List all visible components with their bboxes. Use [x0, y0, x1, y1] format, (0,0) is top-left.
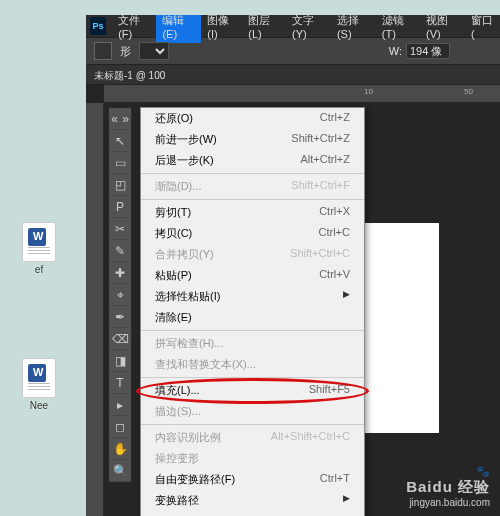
menu-item-label: 操控变形 [155, 451, 199, 466]
submenu-arrow-icon: ▶ [343, 493, 350, 508]
menu-separator [141, 377, 364, 378]
menu-item-label: 剪切(T) [155, 205, 191, 220]
paw-icon: 🐾 [406, 465, 490, 478]
menu-item-label: 自由变换路径(F) [155, 472, 235, 487]
menu-item[interactable]: 拷贝(C)Ctrl+C [141, 223, 364, 244]
ruler-mark: 10 [364, 87, 373, 96]
menu-item-shortcut: Ctrl+Z [320, 111, 350, 126]
marquee-tool[interactable]: ▭ [109, 152, 131, 174]
menu-item-shortcut: Shift+Ctrl+C [290, 247, 350, 262]
menu-item[interactable]: 变换路径▶ [141, 490, 364, 511]
menu-separator [141, 199, 364, 200]
menu-image[interactable]: 图像(I) [201, 15, 242, 43]
menu-item-label: 变换路径 [155, 493, 199, 508]
shape-mode-label: 形 [120, 44, 131, 59]
menu-item-shortcut: Shift+F5 [309, 383, 350, 398]
menu-item: 合并拷贝(Y)Shift+Ctrl+C [141, 244, 364, 265]
menu-item-label: 拷贝(C) [155, 226, 192, 241]
menu-layer[interactable]: 图层(L) [242, 15, 286, 43]
crop-tool[interactable]: ✂ [109, 218, 131, 240]
menu-file[interactable]: 文件(F) [112, 15, 156, 43]
move-tool[interactable]: ↖ [109, 130, 131, 152]
menu-item-label: 合并拷贝(Y) [155, 247, 214, 262]
edit-menu-dropdown: 还原(O)Ctrl+Z前进一步(W)Shift+Ctrl+Z后退一步(K)Alt… [140, 107, 365, 516]
pen-tool[interactable]: ▸ [109, 394, 131, 416]
menu-item[interactable]: 前进一步(W)Shift+Ctrl+Z [141, 129, 364, 150]
shape-mode-select[interactable] [139, 42, 169, 60]
menu-item: 描边(S)... [141, 401, 364, 422]
tool-preset-icon[interactable] [94, 42, 112, 60]
menu-item: 渐隐(D)...Shift+Ctrl+F [141, 176, 364, 197]
menu-item-label: 拼写检查(H)... [155, 336, 223, 351]
watermark: 🐾 Baidu 经验 jingyan.baidu.com [406, 465, 490, 508]
width-input[interactable] [406, 43, 450, 59]
healing-tool[interactable]: ✚ [109, 262, 131, 284]
menu-item[interactable]: 后退一步(K)Alt+Ctrl+Z [141, 150, 364, 171]
menubar: Ps 文件(F) 编辑(E) 图像(I) 图层(L) 文字(Y) 选择(S) 滤… [86, 15, 500, 37]
document-tab[interactable]: 未标题-1 @ 100 [86, 65, 500, 85]
menu-item[interactable]: 选择性粘贴(I)▶ [141, 286, 364, 307]
menu-window[interactable]: 窗口( [465, 15, 500, 43]
expand-icon[interactable]: » [120, 108, 131, 130]
ruler-mark: 50 [464, 87, 473, 96]
menu-item[interactable]: 清除(E) [141, 307, 364, 328]
stamp-tool[interactable]: ✒ [109, 306, 131, 328]
desktop-icon-label: Nee [18, 400, 60, 411]
toolbox: «» ↖ ▭ ◰ P ✂ ✎ ✚ ⌖ ✒ ⌫ ◨ T ▸ ◻ ✋ 🔍 [108, 107, 132, 483]
gradient-tool[interactable]: ◨ [109, 350, 131, 372]
shape-tool[interactable]: ◻ [109, 416, 131, 438]
menu-item-shortcut: Ctrl+C [319, 226, 350, 241]
ruler-horizontal: 10 50 [104, 85, 500, 103]
wand-tool[interactable]: P [109, 196, 131, 218]
menu-separator [141, 173, 364, 174]
menu-item-label: 渐隐(D)... [155, 179, 201, 194]
menu-item[interactable]: 粘贴(P)Ctrl+V [141, 265, 364, 286]
menu-item: 拼写检查(H)... [141, 333, 364, 354]
menu-separator [141, 424, 364, 425]
collapse-icon[interactable]: « [109, 108, 120, 130]
menu-item: 自动对齐图层... [141, 511, 364, 516]
word-doc-icon [22, 358, 56, 398]
desktop-doc-icon-2[interactable]: Nee [18, 358, 60, 411]
menu-item-shortcut: Ctrl+X [319, 205, 350, 220]
submenu-arrow-icon: ▶ [343, 289, 350, 304]
menu-item-label: 内容识别比例 [155, 430, 221, 445]
menu-separator [141, 330, 364, 331]
menu-item-shortcut: Alt+Ctrl+Z [300, 153, 350, 168]
menu-view[interactable]: 视图(V) [420, 15, 465, 43]
menu-item-shortcut: Ctrl+V [319, 268, 350, 283]
desktop-icon-label: ef [18, 264, 60, 275]
ruler-vertical [86, 103, 104, 516]
menu-type[interactable]: 文字(Y) [286, 15, 331, 43]
watermark-url: jingyan.baidu.com [406, 497, 490, 508]
hand-tool[interactable]: ✋ [109, 438, 131, 460]
brush-tool[interactable]: ⌖ [109, 284, 131, 306]
lasso-tool[interactable]: ◰ [109, 174, 131, 196]
width-option: W: [389, 43, 450, 59]
eraser-tool[interactable]: ⌫ [109, 328, 131, 350]
menu-item-label: 选择性粘贴(I) [155, 289, 220, 304]
menu-item-label: 查找和替换文本(X)... [155, 357, 256, 372]
type-tool[interactable]: T [109, 372, 131, 394]
photoshop-window: Ps 文件(F) 编辑(E) 图像(I) 图层(L) 文字(Y) 选择(S) 滤… [86, 15, 500, 516]
menu-item-label: 前进一步(W) [155, 132, 217, 147]
menu-edit[interactable]: 编辑(E) [156, 15, 201, 43]
desktop-doc-icon-1[interactable]: ef [18, 222, 60, 275]
eyedropper-tool[interactable]: ✎ [109, 240, 131, 262]
menu-item-shortcut: Shift+Ctrl+F [291, 179, 350, 194]
zoom-tool[interactable]: 🔍 [109, 460, 131, 482]
workspace: 10 50 «» ↖ ▭ ◰ P ✂ ✎ ✚ ⌖ ✒ ⌫ ◨ [86, 85, 500, 516]
menu-item[interactable]: 剪切(T)Ctrl+X [141, 202, 364, 223]
menu-item-label: 填充(L)... [155, 383, 200, 398]
menu-item-shortcut: Ctrl+T [320, 472, 350, 487]
menu-item-label: 粘贴(P) [155, 268, 192, 283]
menu-filter[interactable]: 滤镜(T) [376, 15, 420, 43]
watermark-brand: Baidu 经验 [406, 478, 490, 497]
menu-item[interactable]: 填充(L)...Shift+F5 [141, 380, 364, 401]
menu-item-label: 描边(S)... [155, 404, 201, 419]
menu-item[interactable]: 还原(O)Ctrl+Z [141, 108, 364, 129]
menu-item[interactable]: 自由变换路径(F)Ctrl+T [141, 469, 364, 490]
menu-select[interactable]: 选择(S) [331, 15, 376, 43]
menu-item-label: 清除(E) [155, 310, 192, 325]
menu-item: 内容识别比例Alt+Shift+Ctrl+C [141, 427, 364, 448]
